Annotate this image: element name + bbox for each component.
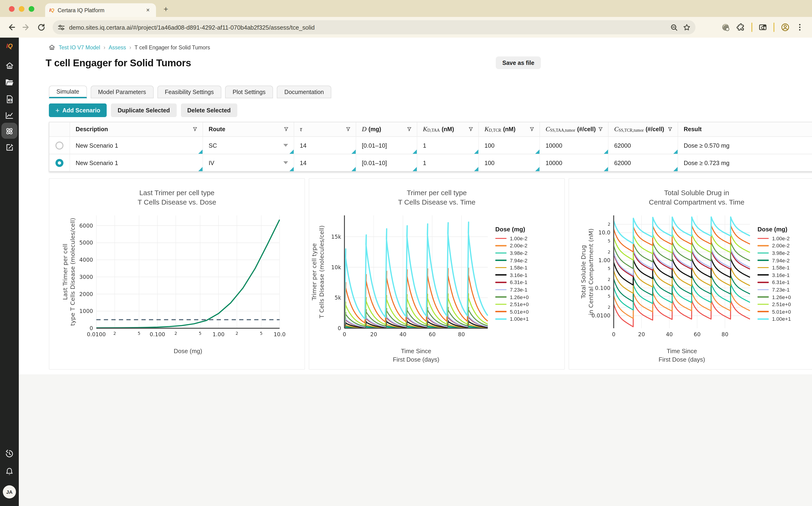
column-header-kd-taa[interactable]: KD,TAA(nM): [417, 122, 479, 137]
sidebar-item-history[interactable]: [0, 449, 19, 458]
sidebar-item-analytics[interactable]: [0, 111, 19, 120]
cell-select[interactable]: [49, 154, 70, 171]
legend-entry[interactable]: 7.23e-1: [757, 286, 791, 293]
column-header-css-tcr[interactable]: CSS,TCR,tumor(#/cell): [609, 122, 678, 137]
extension-avatar-icon[interactable]: [721, 23, 730, 32]
home-breadcrumb-icon[interactable]: [48, 44, 56, 51]
close-tab-icon[interactable]: [144, 7, 152, 14]
back-button[interactable]: [5, 21, 18, 34]
tab-feasibility-settings[interactable]: Feasibility Settings: [158, 86, 221, 98]
column-header-description[interactable]: Description: [70, 122, 203, 137]
tab-model-parameters[interactable]: Model Parameters: [90, 86, 154, 98]
tab-search-icon[interactable]: [758, 23, 768, 32]
legend-entry[interactable]: 7.94e-2: [757, 257, 791, 264]
filter-icon[interactable]: [345, 126, 351, 132]
cell-select[interactable]: [49, 137, 70, 154]
duplicate-selected-button[interactable]: Duplicate Selected: [111, 103, 177, 117]
legend-entry[interactable]: 7.23e-1: [495, 286, 529, 293]
filter-icon[interactable]: [598, 126, 603, 132]
save-as-file-button[interactable]: Save as file: [496, 57, 541, 69]
cell-css-tcr[interactable]: 62000: [609, 154, 678, 171]
scenario-radio-unselected[interactable]: [56, 141, 64, 149]
filter-icon[interactable]: [192, 126, 198, 132]
filter-icon[interactable]: [406, 126, 412, 132]
cell-kd-taa[interactable]: 1: [417, 154, 479, 171]
legend-entry[interactable]: 2.51e+0: [495, 301, 529, 308]
cell-tau[interactable]: 14: [294, 137, 356, 154]
new-tab-button[interactable]: [160, 3, 172, 15]
delete-selected-button[interactable]: Delete Selected: [181, 103, 237, 117]
sidebar-item-compose[interactable]: [0, 143, 19, 152]
legend-entry[interactable]: 3.98e-2: [757, 249, 791, 257]
cell-css-tcr[interactable]: 62000: [609, 137, 678, 154]
filter-icon[interactable]: [667, 126, 673, 132]
url-bar[interactable]: demo.sites.iq.certara.ai/#/project/1a46a…: [53, 20, 696, 34]
close-window-button[interactable]: [9, 6, 15, 12]
column-header-dose[interactable]: D(mg): [356, 122, 417, 137]
chart-canvas-wrap[interactable]: 020406080210.0521.00520.100520.0100Total…: [569, 212, 812, 343]
breadcrumb-assess-link[interactable]: Assess: [109, 45, 126, 50]
maximize-window-button[interactable]: [29, 6, 34, 12]
window-controls[interactable]: [9, 6, 34, 12]
filter-icon[interactable]: [283, 126, 289, 132]
cell-description[interactable]: New Scenario 1: [70, 154, 203, 171]
url-text[interactable]: demo.sites.iq.certara.ai/#/project/1a46a…: [69, 24, 666, 31]
browser-tab[interactable]: IQ Certara IQ Platform: [45, 3, 156, 17]
cell-route-select[interactable]: SC: [203, 137, 294, 154]
sidebar-item-ai-documents[interactable]: AI: [0, 94, 19, 104]
cell-description[interactable]: New Scenario 1: [70, 137, 203, 154]
legend-entry[interactable]: 1.26e+0: [495, 293, 529, 301]
legend-entry[interactable]: 1.58e-1: [495, 264, 529, 271]
tab-documentation[interactable]: Documentation: [277, 86, 331, 98]
cell-css-taa[interactable]: 10000: [540, 154, 609, 171]
sidebar-item-simulation[interactable]: [0, 126, 19, 136]
legend-entry[interactable]: 6.31e-1: [757, 279, 791, 286]
zoom-out-icon[interactable]: [670, 23, 678, 31]
breadcrumb-project-link[interactable]: Test IO V7 Model: [59, 45, 100, 50]
chart-canvas-wrap[interactable]: 02040608005k10k15kTrimer per cell typeT …: [309, 212, 565, 343]
legend-entry[interactable]: 2.00e-2: [757, 242, 791, 249]
sidebar-item-projects[interactable]: [0, 78, 19, 87]
legend-entry[interactable]: 1.00e-2: [757, 235, 791, 242]
legend-entry[interactable]: 3.16e-1: [495, 271, 529, 279]
legend-entry[interactable]: 3.16e-1: [757, 271, 791, 279]
legend-entry[interactable]: 2.51e+0: [757, 301, 791, 308]
tab-simulate[interactable]: Simulate: [49, 86, 87, 98]
cell-kd-taa[interactable]: 1: [417, 137, 479, 154]
cell-tau[interactable]: 14: [294, 154, 356, 171]
legend-entry[interactable]: 1.00e+1: [757, 315, 791, 323]
cell-css-taa[interactable]: 10000: [540, 137, 609, 154]
extensions-puzzle-icon[interactable]: [736, 23, 745, 32]
browser-menu-icon[interactable]: [796, 23, 804, 31]
cell-dose-range[interactable]: [0.01–10]: [356, 137, 417, 154]
scenario-radio-selected[interactable]: [56, 159, 64, 167]
forward-button[interactable]: [20, 21, 33, 34]
column-header-kd-tcr[interactable]: KD,TCR(nM): [479, 122, 540, 137]
filter-icon[interactable]: [529, 126, 535, 132]
sidebar-item-notifications[interactable]: [0, 467, 19, 476]
cell-kd-tcr[interactable]: 100: [479, 137, 540, 154]
legend-entry[interactable]: 1.26e+0: [757, 293, 791, 301]
legend-entry[interactable]: 3.98e-2: [495, 249, 529, 257]
column-header-css-taa[interactable]: CSS,TAA,tumor(#/cell): [540, 122, 609, 137]
legend-entry[interactable]: 6.31e-1: [495, 279, 529, 286]
add-scenario-button[interactable]: Add Scenario: [49, 103, 107, 117]
legend-entry[interactable]: 7.94e-2: [495, 257, 529, 264]
legend-entry[interactable]: 1.00e-2: [495, 235, 529, 242]
profile-icon[interactable]: [781, 22, 790, 32]
cell-route-select[interactable]: IV: [203, 154, 294, 171]
legend-entry[interactable]: 5.01e+0: [757, 308, 791, 315]
filter-icon[interactable]: [468, 126, 474, 132]
minimize-window-button[interactable]: [19, 6, 24, 12]
column-header-tau[interactable]: τ: [294, 122, 356, 137]
site-settings-icon[interactable]: [57, 23, 65, 31]
cell-dose-range[interactable]: [0.01–10]: [356, 154, 417, 171]
user-avatar[interactable]: JA: [0, 485, 19, 499]
tab-plot-settings[interactable]: Plot Settings: [225, 86, 273, 98]
cell-kd-tcr[interactable]: 100: [479, 154, 540, 171]
chart-canvas-wrap[interactable]: 0.0100250.100251.002510.0010002000300040…: [49, 212, 304, 343]
legend-entry[interactable]: 1.00e+1: [495, 315, 529, 323]
sidebar-item-home[interactable]: [0, 61, 19, 70]
reload-button[interactable]: [35, 21, 48, 34]
legend-entry[interactable]: 5.01e+0: [495, 308, 529, 315]
